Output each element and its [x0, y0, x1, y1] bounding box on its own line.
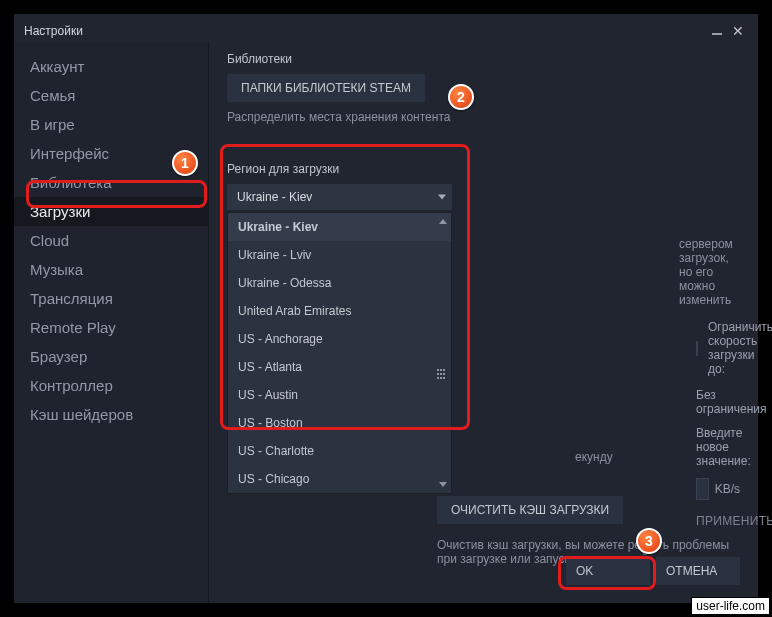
- sidebar-item-controller[interactable]: Контроллер: [14, 371, 208, 400]
- region-selected-value[interactable]: Ukraine - Kiev: [227, 184, 452, 210]
- region-dropdown: Ukraine - Kiev Ukraine - Lviv Ukraine - …: [227, 212, 452, 494]
- region-select[interactable]: Ukraine - Kiev Ukraine - Kiev Ukraine - …: [227, 184, 452, 210]
- region-option[interactable]: US - Atlanta: [228, 353, 451, 381]
- content-pane: Библиотеки ПАПКИ БИБЛИОТЕКИ STEAM Распре…: [209, 42, 758, 603]
- limit-checkbox[interactable]: [696, 341, 698, 356]
- annotation-badge-2: 2: [448, 84, 474, 110]
- region-option[interactable]: US - Chicago: [228, 465, 451, 493]
- region-option[interactable]: Ukraine - Odessa: [228, 269, 451, 297]
- sidebar-item-family[interactable]: Семья: [14, 81, 208, 110]
- chevron-down-icon: [438, 195, 446, 200]
- library-title: Библиотеки: [227, 52, 740, 66]
- watermark: user-life.com: [691, 597, 770, 615]
- sidebar-item-remoteplay[interactable]: Remote Play: [14, 313, 208, 342]
- settings-window: Настройки ✕ Аккаунт Семья В игре Интерфе…: [14, 14, 758, 603]
- library-folders-button[interactable]: ПАПКИ БИБЛИОТЕКИ STEAM: [227, 74, 425, 102]
- titlebar: Настройки ✕: [14, 14, 758, 42]
- region-option[interactable]: Ukraine - Lviv: [228, 241, 451, 269]
- sidebar-item-music[interactable]: Музыка: [14, 255, 208, 284]
- region-option[interactable]: Ukraine - Kiev: [228, 213, 451, 241]
- minimize-icon[interactable]: [712, 33, 722, 35]
- sidebar-item-downloads[interactable]: Загрузки: [14, 197, 208, 226]
- region-option[interactable]: US - Austin: [228, 381, 451, 409]
- region-option[interactable]: US - Anchorage: [228, 325, 451, 353]
- limit-no-limit: Без ограничения: [696, 388, 740, 416]
- sidebar: Аккаунт Семья В игре Интерфейс Библиотек…: [14, 42, 209, 603]
- dropdown-scrollbar[interactable]: [437, 219, 447, 487]
- region-server-hint: сервером загрузок, но его можно изменить: [679, 237, 740, 307]
- annotation-badge-1: 1: [172, 150, 198, 176]
- region-option[interactable]: US - Boston: [228, 409, 451, 437]
- limit-unit: KB/s: [715, 482, 740, 496]
- sidebar-item-browser[interactable]: Браузер: [14, 342, 208, 371]
- clear-cache-button[interactable]: ОЧИСТИТЬ КЭШ ЗАГРУЗКИ: [437, 496, 623, 524]
- region-title: Регион для загрузки: [227, 162, 740, 176]
- sidebar-item-cloud[interactable]: Cloud: [14, 226, 208, 255]
- sidebar-item-ingame[interactable]: В игре: [14, 110, 208, 139]
- window-title: Настройки: [24, 24, 83, 38]
- dialog-footer: OK ОТМЕНА: [566, 557, 740, 585]
- annotation-badge-3: 3: [636, 528, 662, 554]
- scroll-up-icon[interactable]: [439, 219, 447, 224]
- titlebar-controls: ✕: [712, 23, 744, 39]
- scroll-thumb-icon[interactable]: [437, 369, 448, 380]
- sidebar-item-broadcast[interactable]: Трансляция: [14, 284, 208, 313]
- scroll-down-icon[interactable]: [439, 482, 447, 487]
- limit-enter-label: Введите новое значение:: [696, 426, 740, 468]
- per-second-text: екунду: [575, 450, 613, 464]
- close-icon[interactable]: ✕: [732, 23, 744, 39]
- sidebar-item-shadercache[interactable]: Кэш шейдеров: [14, 400, 208, 429]
- library-hint: Распределить места хранения контента: [227, 110, 740, 124]
- region-option[interactable]: US - Charlotte: [228, 437, 451, 465]
- limit-checkbox-label: Ограничить скорость загрузки до:: [708, 320, 772, 376]
- region-option[interactable]: United Arab Emirates: [228, 297, 451, 325]
- ok-button[interactable]: OK: [566, 557, 650, 585]
- cancel-button[interactable]: ОТМЕНА: [656, 557, 740, 585]
- sidebar-item-account[interactable]: Аккаунт: [14, 52, 208, 81]
